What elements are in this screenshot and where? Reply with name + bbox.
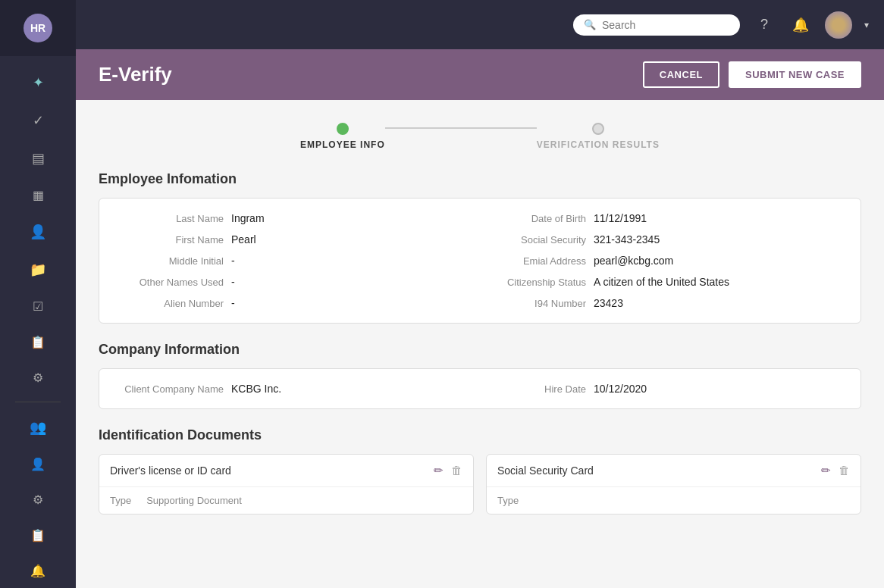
i94-label: I94 Number [480,298,586,309]
edit-doc-2-icon[interactable]: ✏ [821,464,831,477]
settings-icon: ⚙ [33,371,43,385]
doc-card-1-header: Driver's license or ID card ✏ 🗑 [99,455,473,487]
hire-date-label: Hire Date [480,383,586,395]
tasks-icon: ✓ [33,112,44,129]
submit-new-case-button[interactable]: SUBMIT NEW CASE [729,61,861,88]
middle-initial-row: Middle Initial - [118,255,480,267]
help-icon: ? [760,17,768,33]
notifications-button[interactable]: 🔔 [788,13,813,37]
doc-card-2: Social Security Card ✏ 🗑 Type [486,454,861,514]
company-name-value: KCBG Inc. [231,383,281,395]
last-name-value: Ingram [231,212,265,224]
last-name-label: Last Name [118,213,224,224]
sidebar-item-user-mgmt[interactable]: 👤 [0,446,76,482]
cancel-button[interactable]: CANCEL [643,61,719,88]
email-label: Emial Address [480,255,586,267]
citizenship-row: Citizenship Status A citizen of the Unit… [480,276,842,288]
sidebar-item-files[interactable]: 📁 [0,251,76,289]
middle-initial-label: Middle Initial [118,255,224,267]
doc-card-1-title: Driver's license or ID card [110,464,231,477]
delete-doc-2-icon[interactable]: 🗑 [839,464,850,477]
employee-right-col: Date of Birth 11/12/1991 Social Security… [480,212,842,309]
logo-badge: HR [24,14,52,42]
alien-number-label: Alien Number [118,298,224,309]
content: EMPLOYEE INFO VERIFICATION RESULTS Emplo… [76,100,884,588]
bell-icon: 🔔 [792,17,809,33]
inbox-icon: ▤ [32,150,45,167]
page-title: E-Verify [99,63,172,86]
ssn-value: 321-343-2345 [594,233,660,246]
team-icon: 👥 [30,419,46,436]
citizenship-label: Citizenship Status [480,277,586,288]
user-mgmt-icon: 👤 [30,457,45,471]
sidebar-item-inbox[interactable]: ▤ [0,139,76,177]
i94-value: 23423 [594,297,623,309]
sidebar-item-notifications[interactable]: 🔔 [0,553,76,588]
step-connector [385,127,537,129]
last-name-row: Last Name Ingram [118,212,480,224]
company-left-col: Client Company Name KCBG Inc. [118,383,480,395]
home-icon: ✦ [33,74,44,91]
company-info-grid: Client Company Name KCBG Inc. Hire Date … [118,383,842,395]
search-input[interactable] [602,19,729,31]
hire-date-value: 10/12/2020 [594,383,647,395]
company-name-row: Client Company Name KCBG Inc. [118,383,480,395]
sidebar-item-log[interactable]: 📋 [0,518,76,553]
alien-number-value: - [231,297,235,309]
sidebar-item-profile[interactable]: 👤 [0,213,76,251]
files-icon: 📁 [30,261,46,278]
dob-row: Date of Birth 11/12/1991 [480,212,842,224]
edit-doc-1-icon[interactable]: ✏ [434,464,444,477]
doc-card-2-header: Social Security Card ✏ 🗑 [487,455,860,487]
header-actions: CANCEL SUBMIT NEW CASE [643,61,861,88]
step-1-circle [337,123,349,135]
company-name-label: Client Company Name [118,383,224,395]
sidebar-item-home[interactable]: ✦ [0,64,76,102]
sidebar-item-tasks[interactable]: ✓ [0,102,76,139]
notifications-icon: 🔔 [30,564,45,578]
citizenship-value: A citizen of the United States [594,276,729,288]
first-name-label: First Name [118,234,224,246]
email-row: Emial Address pearl@kcbg.com [480,255,842,267]
company-info-card: Client Company Name KCBG Inc. Hire Date … [99,368,861,409]
sidebar-item-config[interactable]: ⚙ [0,482,76,518]
employee-info-grid: Last Name Ingram First Name Pearl Middle… [118,212,842,309]
avatar[interactable] [825,11,852,39]
sidebar-item-calendar[interactable]: ▦ [0,177,76,213]
search-box[interactable]: 🔍 [573,14,740,36]
ssn-label: Social Security [480,234,586,246]
doc-card-2-title: Social Security Card [497,464,594,477]
page-header: E-Verify CANCEL SUBMIT NEW CASE [76,49,884,100]
chevron-down-icon[interactable]: ▾ [864,20,869,30]
stepper: EMPLOYEE INFO VERIFICATION RESULTS [99,115,861,150]
other-names-label: Other Names Used [118,277,224,288]
docs-grid: Driver's license or ID card ✏ 🗑 Type Sup… [99,454,861,514]
step-1-label: EMPLOYEE INFO [300,139,385,150]
step-2-label: VERIFICATION RESULTS [537,139,660,150]
config-icon: ⚙ [33,493,43,507]
sidebar-item-checklist[interactable]: ☑ [0,289,76,324]
search-icon: 🔍 [584,19,596,30]
checklist-icon: ☑ [33,299,43,314]
sidebar-item-team[interactable]: 👥 [0,408,76,446]
help-button[interactable]: ? [752,13,776,37]
sidebar-divider [15,402,61,402]
reports-icon: 📋 [30,335,45,349]
first-name-value: Pearl [231,233,256,246]
delete-doc-1-icon[interactable]: 🗑 [451,464,462,477]
doc-card-1: Driver's license or ID card ✏ 🗑 Type Sup… [99,454,474,514]
docs-section-title: Identification Documents [99,427,861,443]
hire-date-row: Hire Date 10/12/2020 [480,383,842,395]
sidebar: HR ✦ ✓ ▤ ▦ 👤 📁 ☑ 📋 ⚙ 👥 [0,0,76,588]
employee-section-title: Employee Infomation [99,171,861,187]
sidebar-item-reports[interactable]: 📋 [0,324,76,360]
doc-card-1-body: Type Supporting Document [99,487,473,514]
other-names-value: - [231,276,235,288]
sidebar-logo: HR [0,0,76,56]
middle-initial-value: - [231,255,235,267]
sidebar-item-settings[interactable]: ⚙ [0,360,76,396]
main-area: 🔍 ? 🔔 ▾ E-Verify CANCEL SUBMIT NEW CASE … [76,0,884,588]
employee-left-col: Last Name Ingram First Name Pearl Middle… [118,212,480,309]
doc-card-2-body: Type [487,487,860,514]
i94-row: I94 Number 23423 [480,297,842,309]
